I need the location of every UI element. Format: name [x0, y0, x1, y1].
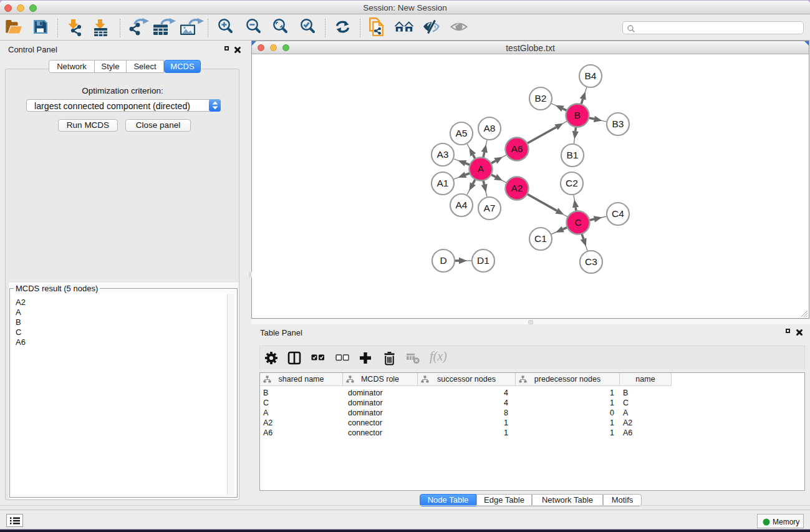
svg-text:C1: C1	[534, 233, 547, 244]
svg-text:C: C	[574, 217, 581, 228]
svg-text:A5: A5	[456, 128, 468, 138]
svg-text:B1: B1	[567, 150, 579, 160]
svg-text:B: B	[574, 110, 581, 120]
svg-text:A1: A1	[437, 178, 449, 188]
svg-text:C4: C4	[612, 208, 624, 219]
svg-text:A8: A8	[484, 123, 496, 133]
svg-text:A: A	[478, 163, 485, 174]
svg-text:B2: B2	[535, 93, 547, 104]
svg-text:D1: D1	[477, 255, 489, 266]
svg-text:B4: B4	[585, 70, 597, 81]
svg-text:A4: A4	[456, 200, 468, 210]
svg-text:A6: A6	[511, 143, 523, 154]
svg-text:D: D	[440, 255, 446, 266]
svg-text:C2: C2	[566, 178, 578, 188]
svg-text:A3: A3	[437, 149, 449, 160]
svg-text:A2: A2	[511, 183, 523, 193]
svg-text:B3: B3	[612, 118, 624, 129]
svg-text:C3: C3	[585, 256, 597, 267]
svg-text:A7: A7	[484, 203, 496, 213]
